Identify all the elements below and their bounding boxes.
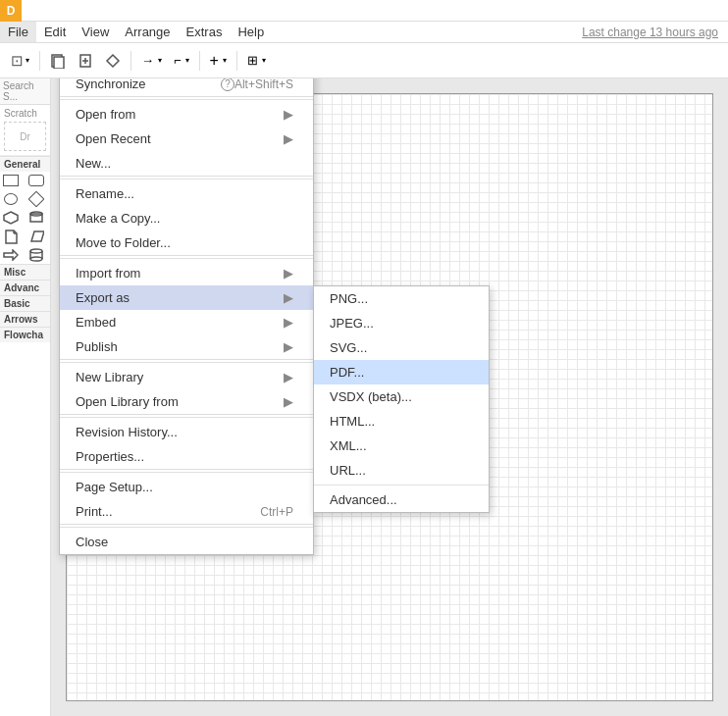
export-html[interactable]: HTML... bbox=[314, 409, 489, 434]
menu-synchronize[interactable]: Synchronize ? Alt+Shift+S bbox=[60, 78, 313, 96]
menu-publish[interactable]: Publish ▶ bbox=[60, 334, 313, 359]
sidebar: Search S... Scratch Dr General bbox=[0, 78, 51, 716]
svg-marker-9 bbox=[31, 231, 44, 241]
svg-marker-4 bbox=[4, 212, 18, 224]
menu-revision-history[interactable]: Revision History... bbox=[60, 420, 313, 444]
menu-open-from[interactable]: Open from ▶ bbox=[60, 102, 313, 127]
add-caret: ▾ bbox=[223, 56, 227, 65]
submenu-sep bbox=[314, 485, 489, 486]
menu-open-library[interactable]: Open Library from ▶ bbox=[60, 389, 313, 414]
menu-file[interactable]: File bbox=[0, 22, 36, 42]
shape-diamond[interactable] bbox=[26, 190, 47, 208]
menu-new[interactable]: New... bbox=[60, 151, 313, 176]
sep-3 bbox=[60, 258, 313, 259]
sep-6 bbox=[60, 472, 313, 473]
grid-dropdown[interactable]: ⊞ ▾ bbox=[242, 50, 271, 71]
export-url[interactable]: URL... bbox=[314, 458, 489, 483]
shape-parallelogram[interactable] bbox=[26, 228, 47, 245]
shape-arrow-right[interactable] bbox=[0, 246, 22, 264]
menu-new-library[interactable]: New Library ▶ bbox=[60, 365, 313, 389]
sep-1 bbox=[60, 99, 313, 100]
app-logo: D bbox=[0, 0, 22, 22]
advanced-section: Advanc bbox=[0, 280, 50, 295]
sync-help-icon[interactable]: ? bbox=[221, 78, 234, 91]
copy-style-button[interactable] bbox=[45, 48, 71, 74]
paste-style-button[interactable] bbox=[73, 48, 98, 74]
basic-title[interactable]: Basic bbox=[0, 296, 50, 311]
menu-help[interactable]: Help bbox=[230, 22, 272, 42]
menu-edit[interactable]: Edit bbox=[36, 22, 74, 42]
add-dropdown[interactable]: + ▾ bbox=[205, 49, 232, 73]
export-xml[interactable]: XML... bbox=[314, 434, 489, 458]
menu-view[interactable]: View bbox=[74, 22, 117, 42]
menu-extras[interactable]: Extras bbox=[179, 22, 231, 42]
menu-make-copy[interactable]: Make a Copy... bbox=[60, 206, 313, 230]
sep-4 bbox=[60, 362, 313, 363]
menu-export-as[interactable]: Export as ▶ PNG... JPEG... SVG... PDF...… bbox=[60, 285, 313, 310]
file-dropdown-menu: Save Ctrl+S Share... Synchronize ? Alt+S… bbox=[59, 78, 314, 555]
misc-title[interactable]: Misc bbox=[0, 265, 50, 280]
export-png[interactable]: PNG... bbox=[314, 286, 489, 311]
publish-arrow: ▶ bbox=[284, 339, 293, 354]
drag-hint: Dr bbox=[20, 131, 30, 142]
export-advanced[interactable]: Advanced... bbox=[314, 487, 489, 512]
shape-rect[interactable] bbox=[0, 172, 22, 189]
general-title[interactable]: General bbox=[0, 157, 50, 172]
shape-round-rect[interactable] bbox=[26, 172, 47, 189]
shape-circle[interactable] bbox=[0, 190, 22, 208]
menu-print[interactable]: Print... Ctrl+P bbox=[60, 499, 313, 524]
misc-section: Misc bbox=[0, 264, 50, 280]
export-pdf[interactable]: PDF... bbox=[314, 360, 489, 384]
arrow-icon: → bbox=[141, 53, 154, 68]
file-menu-section-3: Rename... Make a Copy... Move to Folder.… bbox=[60, 181, 313, 256]
shape-cylinder[interactable] bbox=[26, 209, 47, 227]
canvas-area[interactable]: Save Ctrl+S Share... Synchronize ? Alt+S… bbox=[51, 78, 728, 716]
menu-open-recent[interactable]: Open Recent ▶ bbox=[60, 127, 313, 151]
advanced-title[interactable]: Advanc bbox=[0, 281, 50, 295]
connector-dropdown[interactable]: ⌐ ▾ bbox=[169, 50, 194, 71]
scratch-section: Scratch Dr bbox=[0, 105, 50, 156]
menu-page-setup[interactable]: Page Setup... bbox=[60, 475, 313, 499]
menu-arrange[interactable]: Arrange bbox=[117, 22, 178, 42]
file-menu-section-6: Revision History... Properties... bbox=[60, 420, 313, 470]
export-vsdx[interactable]: VSDX (beta)... bbox=[314, 384, 489, 409]
menu-import-from[interactable]: Import from ▶ bbox=[60, 261, 313, 285]
export-jpeg[interactable]: JPEG... bbox=[314, 311, 489, 335]
app-bar: D bbox=[0, 0, 728, 22]
toolbar-sep-1 bbox=[39, 51, 40, 71]
open-library-arrow: ▶ bbox=[284, 394, 293, 409]
last-change-label[interactable]: Last change 13 hours ago bbox=[582, 26, 718, 39]
file-menu-section-2: Open from ▶ Open Recent ▶ New... bbox=[60, 102, 313, 177]
menu-rename[interactable]: Rename... bbox=[60, 181, 313, 206]
sep-7 bbox=[60, 527, 313, 528]
svg-point-11 bbox=[30, 249, 42, 253]
menu-properties[interactable]: Properties... bbox=[60, 444, 313, 469]
file-menu-section-1: Save Ctrl+S Share... Synchronize ? Alt+S… bbox=[60, 78, 313, 97]
flowchart-section: Flowcha bbox=[0, 327, 50, 342]
connector-icon: ⌐ bbox=[174, 53, 182, 68]
view-format-dropdown[interactable]: ⊡ ▾ bbox=[6, 49, 34, 73]
svg-marker-10 bbox=[4, 250, 18, 260]
menu-close[interactable]: Close bbox=[60, 530, 313, 554]
toolbar-sep-4 bbox=[236, 51, 237, 71]
export-arrow: ▶ bbox=[284, 290, 293, 305]
basic-section: Basic bbox=[0, 295, 50, 311]
menu-embed[interactable]: Embed ▶ bbox=[60, 310, 313, 334]
shape-doc[interactable] bbox=[0, 228, 22, 245]
view-format-icon: ⊡ bbox=[11, 52, 24, 70]
shape-hex[interactable] bbox=[0, 209, 22, 227]
embed-arrow: ▶ bbox=[284, 315, 293, 330]
shape-db[interactable] bbox=[26, 246, 47, 264]
fill-button[interactable] bbox=[100, 48, 126, 74]
file-menu-section-7: Page Setup... Print... Ctrl+P bbox=[60, 475, 313, 525]
export-submenu: PNG... JPEG... SVG... PDF... VSDX (beta)… bbox=[313, 285, 490, 513]
arrow-dropdown[interactable]: → ▾ bbox=[136, 50, 167, 71]
flowchart-title[interactable]: Flowcha bbox=[0, 328, 50, 342]
general-section: General bbox=[0, 156, 50, 264]
connector-caret: ▾ bbox=[185, 56, 189, 65]
drag-drop-area[interactable]: Dr bbox=[4, 122, 46, 151]
export-svg[interactable]: SVG... bbox=[314, 335, 489, 360]
arrows-title[interactable]: Arrows bbox=[0, 312, 50, 327]
menu-move-folder[interactable]: Move to Folder... bbox=[60, 230, 313, 255]
toolbar-sep-3 bbox=[199, 51, 200, 71]
